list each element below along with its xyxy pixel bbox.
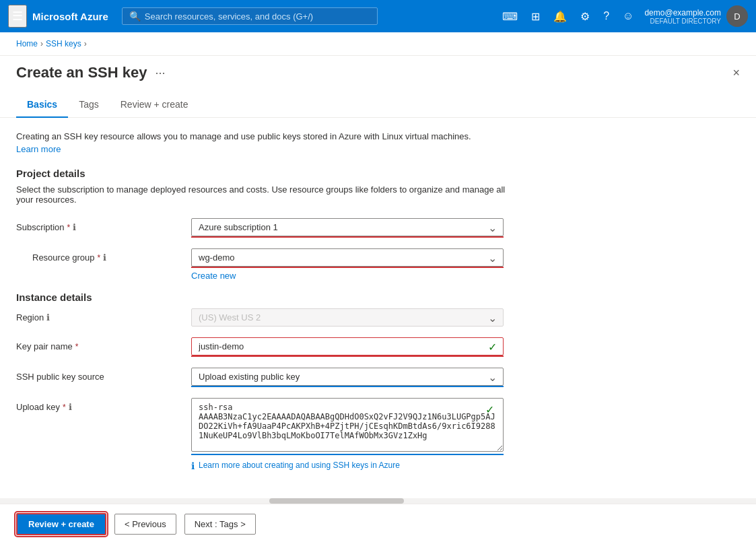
resource-group-field: Resource group * ℹ wg-demo Create new [16,248,522,281]
upload-key-check-icon: ✓ [485,403,494,416]
ssh-public-key-source-control: Upload existing public key [191,368,522,387]
subscription-label-col: Subscription * ℹ [16,218,191,232]
ssh-public-key-source-select[interactable]: Upload existing public key [191,368,504,386]
upload-key-label-col: Upload key * ℹ [16,398,191,412]
region-label-col: Region ℹ [16,308,191,322]
horizontal-scrollbar[interactable] [0,498,756,504]
ssh-public-key-source-label: SSH public key source [16,372,191,382]
subscription-required: * [67,223,71,232]
upload-key-label: Upload key * ℹ [16,402,191,412]
user-email: demo@example.com [644,8,721,18]
upload-key-underline [191,454,504,455]
info-icon: ℹ [191,461,195,471]
upload-key-textarea[interactable]: ssh-rsa AAAAB3NzaC1yc2EAAAADAQABAABgQDHd… [191,398,504,452]
directory-button[interactable]: ⊞ [526,6,545,27]
key-pair-name-input-wrapper: ✓ [191,337,504,355]
region-select: (US) West US 2 [191,308,504,327]
resource-group-required: * [98,253,101,263]
key-pair-name-field: Key pair name * ✓ [16,337,522,357]
hamburger-menu-button[interactable]: ☰ [8,5,27,28]
breadcrumb: Home › SSH keys › [0,32,756,56]
region-select-wrapper: (US) West US 2 [191,308,504,327]
key-pair-name-required: * [75,342,79,351]
ssh-public-key-source-label-col: SSH public key source [16,368,191,382]
region-label: Region ℹ [16,312,191,322]
page-footer: Review + create < Previous Next : Tags > [0,504,756,517]
key-pair-name-underline [191,355,504,357]
user-info: demo@example.com DEFAULT DIRECTORY [644,8,721,25]
feedback-button[interactable]: ☺ [617,6,639,26]
subscription-select[interactable]: Azure subscription 1 [191,218,504,236]
search-icon: 🔍 [129,11,141,22]
upload-key-required: * [63,403,66,412]
form-description: Creating an SSH key resource allows you … [16,131,522,141]
ssh-public-key-source-field: SSH public key source Upload existing pu… [16,368,522,387]
form-area: Creating an SSH key resource allows you … [0,118,539,496]
resource-group-label-col: Resource group * ℹ [16,248,191,263]
search-input[interactable] [145,11,370,22]
project-details-title: Project details [16,168,522,179]
cloud-shell-button[interactable]: ⌨ [497,6,523,27]
subscription-underline [191,236,504,238]
key-pair-name-check-icon: ✓ [488,340,497,353]
ssh-public-key-source-select-wrapper: Upload existing public key [191,368,504,386]
next-button[interactable]: Next : Tags > [184,514,256,517]
breadcrumb-home[interactable]: Home [16,39,38,48]
tabs-bar: Basics Tags Review + create [0,92,756,118]
page-title: Create an SSH key [16,64,147,81]
upload-key-field: Upload key * ℹ ssh-rsa AAAAB3NzaC1yc2EAA… [16,398,522,471]
tab-tags[interactable]: Tags [68,92,110,118]
search-bar: 🔍 [122,7,378,25]
main-content: Home › SSH keys › Create an SSH key ··· … [0,32,756,517]
resource-group-info-icon[interactable]: ℹ [103,252,106,263]
region-field: Region ℹ (US) West US 2 [16,308,522,327]
subscription-field: Subscription * ℹ Azure subscription 1 [16,218,522,238]
review-create-button[interactable]: Review + create [16,513,106,517]
topbar: ☰ Microsoft Azure 🔍 ⌨ ⊞ 🔔 ⚙ ? ☺ demo@exa… [0,0,756,32]
region-info-icon[interactable]: ℹ [46,312,50,322]
close-button[interactable]: × [732,66,740,80]
create-new-link[interactable]: Create new [191,271,522,281]
project-details-desc: Select the subscription to manage deploy… [16,184,522,205]
breadcrumb-ssh-keys[interactable]: SSH keys [46,39,81,48]
resource-group-control: wg-demo Create new [191,248,522,281]
key-pair-name-input[interactable] [191,337,504,355]
upload-key-wrapper: ssh-rsa AAAAB3NzaC1yc2EAAAADAQABAABgQDHd… [191,398,504,454]
resource-group-label: Resource group * ℹ [32,252,191,263]
topbar-icons: ⌨ ⊞ 🔔 ⚙ ? ☺ demo@example.com DEFAULT DIR… [497,5,748,27]
page-header: Create an SSH key ··· × [0,56,756,81]
info-bar-text: Learn more about creating and using SSH … [199,461,400,470]
resource-group-underline [191,267,504,268]
upload-key-control: ssh-rsa AAAAB3NzaC1yc2EAAAADAQABAABgQDHd… [191,398,522,471]
breadcrumb-sep-1: › [40,39,43,48]
subscription-select-wrapper: Azure subscription 1 [191,218,504,236]
tab-review-create[interactable]: Review + create [110,92,199,118]
help-button[interactable]: ? [598,6,615,26]
ssh-public-key-source-underline [191,386,504,387]
tab-basics[interactable]: Basics [16,92,68,118]
previous-button[interactable]: < Previous [114,514,176,517]
resource-group-indent: Resource group * ℹ [16,252,191,263]
subscription-label: Subscription * ℹ [16,222,191,232]
info-bar-link[interactable]: Learn more about creating and using SSH … [199,461,400,470]
key-pair-name-label: Key pair name * [16,341,191,351]
settings-button[interactable]: ⚙ [575,6,595,27]
user-directory: DEFAULT DIRECTORY [644,18,721,25]
user-profile: demo@example.com DEFAULT DIRECTORY D [644,5,748,27]
resource-group-select-wrapper: wg-demo [191,248,504,267]
notifications-button[interactable]: 🔔 [548,6,572,27]
app-title: Microsoft Azure [32,11,108,22]
subscription-info-icon[interactable]: ℹ [73,222,76,232]
key-pair-name-control: ✓ [191,337,522,357]
subscription-control: Azure subscription 1 [191,218,522,238]
info-bar: ℹ Learn more about creating and using SS… [191,461,504,471]
breadcrumb-sep-2: › [84,39,87,48]
resource-group-select[interactable]: wg-demo [191,248,504,267]
key-pair-name-label-col: Key pair name * [16,337,191,351]
learn-more-link[interactable]: Learn more [16,144,522,154]
more-options-button[interactable]: ··· [155,66,165,80]
upload-key-info-icon[interactable]: ℹ [69,402,72,412]
region-control: (US) West US 2 [191,308,522,327]
avatar[interactable]: D [726,5,748,27]
scrollbar-thumb[interactable] [269,498,404,504]
